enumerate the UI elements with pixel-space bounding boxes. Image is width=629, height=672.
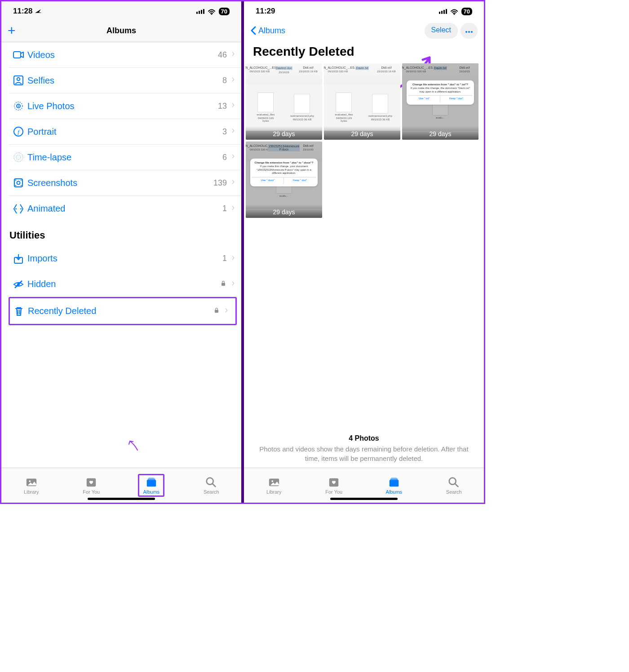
- hidden-icon: [9, 278, 27, 291]
- page-title: Recently Deleted: [244, 42, 484, 63]
- wifi-icon: [207, 8, 216, 15]
- chevron-right-icon: [230, 50, 236, 60]
- list-item-count: 8: [222, 76, 227, 85]
- tab-library[interactable]: Library: [244, 468, 304, 503]
- photo-thumbnail[interactable]: S.NON_ALCOHOLIC_...ES.pdf09/10/23 320 KB…: [402, 63, 478, 140]
- albums-icon: [145, 476, 158, 488]
- list-item-label: Hidden: [27, 279, 220, 289]
- add-button[interactable]: +: [8, 23, 16, 38]
- live-icon: [9, 100, 27, 112]
- list-item[interactable]: Portrait 3: [9, 119, 241, 145]
- list-item-count: 46: [218, 50, 227, 60]
- wifi-icon: [450, 8, 459, 15]
- lock-icon: [213, 306, 220, 316]
- search-icon: [447, 476, 461, 488]
- chevron-right-icon: [230, 204, 236, 214]
- tab-search[interactable]: Search: [182, 468, 242, 503]
- home-indicator[interactable]: [330, 498, 398, 500]
- svg-point-27: [471, 31, 473, 33]
- selfies-icon: [9, 74, 27, 87]
- status-time: 11:28: [13, 7, 32, 16]
- highlight-annotation: Albums: [138, 474, 164, 497]
- signal-icon: [439, 9, 447, 14]
- foryou-icon: [327, 476, 341, 488]
- tab-search[interactable]: Search: [424, 468, 484, 503]
- list-item-label: Portrait: [27, 127, 222, 137]
- list-item[interactable]: Hidden: [9, 271, 241, 297]
- portrait-icon: [9, 125, 27, 138]
- chevron-right-icon: [230, 75, 236, 85]
- select-button[interactable]: Select: [425, 23, 458, 39]
- list-item[interactable]: Time-lapse 6: [9, 145, 241, 170]
- list-item-label: Time-lapse: [27, 152, 222, 163]
- chevron-right-icon: [230, 178, 236, 188]
- tab-label: Search: [446, 489, 462, 495]
- list-item[interactable]: Screenshots 139: [9, 170, 241, 196]
- library-icon: [25, 476, 38, 488]
- list-item-label: Videos: [27, 50, 218, 60]
- chevron-right-icon: [230, 152, 236, 162]
- home-indicator[interactable]: [88, 498, 155, 500]
- days-overlay: 29 days: [246, 126, 322, 140]
- svg-point-25: [465, 31, 467, 33]
- footer-body: Photos and videos show the days remainin…: [254, 444, 474, 463]
- status-time: 11:29: [256, 7, 275, 16]
- list-item[interactable]: Animated 1: [9, 196, 241, 221]
- list-item-count: 1: [222, 254, 227, 263]
- phone-left: 11:28 70 + Albums Videos 46 Selfies 8: [1, 1, 241, 503]
- list-item[interactable]: Recently Deleted: [10, 298, 235, 324]
- tab-label: Library: [266, 489, 282, 495]
- annotation-arrow-icon: [126, 439, 140, 452]
- video-icon: [9, 49, 27, 61]
- animated-icon: [9, 203, 27, 215]
- more-button[interactable]: [461, 23, 478, 39]
- list-item[interactable]: Videos 46: [9, 42, 241, 68]
- photo-thumbnail[interactable]: S.NON_ALCOHOLIC_...ES.pdf09/10/23 320 KB…: [246, 141, 322, 218]
- list-item-count: 1: [222, 204, 227, 213]
- tab-label: Albums: [385, 489, 402, 495]
- tab-library[interactable]: Library: [1, 468, 62, 503]
- tab-label: For You: [325, 489, 342, 495]
- library-icon: [267, 476, 281, 488]
- ellipsis-icon: [465, 31, 473, 33]
- chevron-left-icon: [250, 26, 257, 35]
- chevron-right-icon: [230, 279, 236, 289]
- chevron-right-icon: [230, 127, 236, 137]
- list-item-count: 13: [218, 102, 227, 111]
- list-item[interactable]: Selfies 8: [9, 68, 241, 93]
- nav-title: Albums: [106, 26, 136, 35]
- highlight-annotation: Recently Deleted: [9, 297, 237, 325]
- list-item[interactable]: Imports 1: [9, 246, 241, 271]
- list-item-count: 139: [213, 178, 227, 188]
- signal-icon: [196, 9, 204, 14]
- back-label: Albums: [258, 26, 285, 35]
- photo-thumbnail[interactable]: S.NON_ALCOHOLIC_...ES.pdf09/10/23 320 KB…: [324, 63, 400, 140]
- list-item-label: Selfies: [27, 75, 222, 86]
- screenshots-icon: [9, 177, 27, 189]
- list-item[interactable]: Live Photos 13: [9, 93, 241, 119]
- battery-icon: 70: [219, 8, 230, 15]
- search-icon: [204, 476, 218, 488]
- footer-message: 4 Photos Photos and videos show the days…: [244, 431, 484, 468]
- lock-icon: [220, 279, 227, 289]
- svg-point-26: [468, 31, 470, 33]
- location-icon: [34, 8, 41, 15]
- tab-label: Albums: [143, 489, 159, 495]
- timelapse-icon: [9, 151, 27, 164]
- status-bar: 11:29 70: [244, 1, 484, 19]
- back-button[interactable]: Albums: [250, 26, 285, 35]
- photo-thumbnail[interactable]: S.NON_ALCOHOLIC_...ES.pdf09/10/23 320 KB…: [246, 63, 322, 140]
- imports-icon: [9, 252, 27, 265]
- days-overlay: 29 days: [324, 126, 400, 140]
- tab-label: Library: [24, 489, 39, 495]
- trash-icon: [10, 305, 28, 318]
- battery-icon: 70: [461, 8, 472, 15]
- list-item-count: 3: [222, 127, 227, 137]
- list-item-label: Animated: [27, 203, 222, 214]
- foryou-icon: [84, 476, 98, 488]
- utilities-header: Utilities: [1, 221, 241, 246]
- days-overlay: 29 days: [246, 204, 322, 218]
- list-item-label: Recently Deleted: [28, 306, 213, 316]
- list-item-label: Screenshots: [27, 178, 213, 188]
- phone-right: 11:29 70 Albums Select Recently Deleted: [244, 1, 484, 503]
